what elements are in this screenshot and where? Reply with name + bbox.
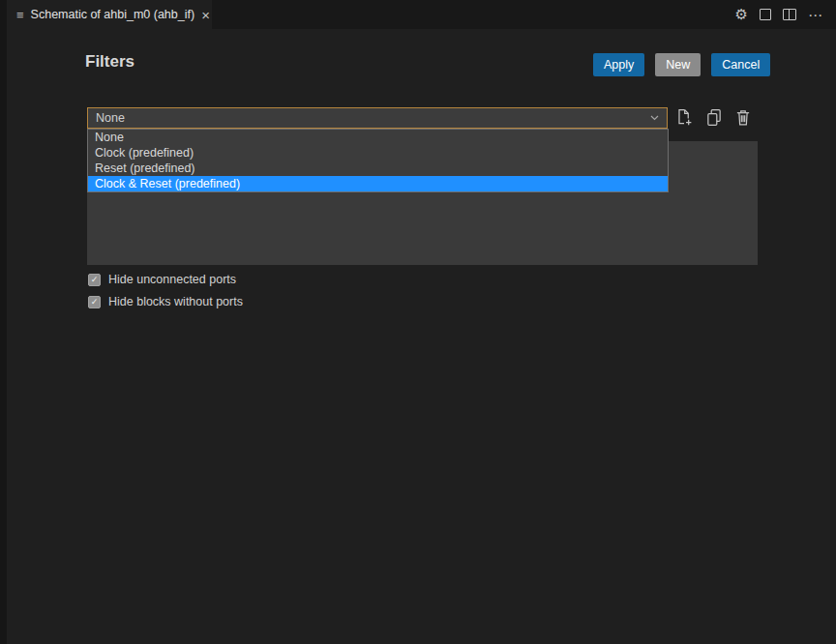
preset-dropdown-list: None Clock (predefined) Reset (predefine… (87, 129, 669, 192)
filter-tools (675, 108, 751, 127)
close-icon[interactable]: × (201, 8, 210, 22)
checkmark-icon: ✓ (91, 276, 99, 284)
filter-preset-select[interactable]: None (87, 107, 668, 129)
hide-unconnected-ports-label: Hide unconnected ports (108, 273, 236, 286)
new-filter-icon[interactable] (675, 108, 693, 127)
dropdown-option-reset[interactable]: Reset (predefined) (88, 161, 668, 176)
split-editor-icon-divider (784, 10, 790, 19)
split-editor-icon[interactable] (783, 9, 796, 20)
filter-preset-value: None (96, 111, 650, 125)
tab-title: Schematic of ahbi_m0 (ahb_if) (31, 8, 195, 21)
copy-filter-icon[interactable] (705, 108, 723, 127)
delete-filter-icon[interactable] (735, 108, 751, 127)
new-button[interactable]: New (655, 53, 701, 76)
hide-unconnected-ports-checkbox[interactable]: ✓ (88, 274, 101, 286)
cancel-button[interactable]: Cancel (711, 53, 770, 76)
dropdown-option-clock[interactable]: Clock (predefined) (88, 145, 668, 161)
editor-window: ≡ Schematic of ahbi_m0 (ahb_if) × ⚙ ⋯ Fi… (0, 0, 836, 644)
editor-actions: ⚙ ⋯ (735, 0, 822, 29)
chevron-down-icon (650, 115, 659, 121)
layout-square-icon[interactable] (760, 9, 771, 20)
hide-blocks-without-ports-row[interactable]: ✓ Hide blocks without ports (88, 295, 243, 308)
editor-list-icon: ≡ (16, 9, 24, 21)
more-actions-icon[interactable]: ⋯ (808, 8, 822, 22)
hide-blocks-without-ports-label: Hide blocks without ports (108, 295, 243, 308)
checkmark-icon: ✓ (91, 298, 99, 307)
apply-button[interactable]: Apply (593, 53, 644, 76)
page-title: Filters (85, 52, 134, 72)
hide-blocks-without-ports-checkbox[interactable]: ✓ (88, 296, 101, 308)
tab-schematic[interactable]: ≡ Schematic of ahbi_m0 (ahb_if) × (7, 0, 212, 29)
tab-bar: ≡ Schematic of ahbi_m0 (ahb_if) × ⚙ ⋯ (7, 0, 836, 29)
dropdown-option-clock-reset[interactable]: Clock & Reset (predefined) (88, 176, 668, 191)
gear-icon[interactable]: ⚙ (735, 8, 748, 22)
window-left-edge (0, 0, 7, 644)
hide-unconnected-ports-row[interactable]: ✓ Hide unconnected ports (88, 273, 236, 286)
dropdown-option-none[interactable]: None (88, 130, 668, 145)
filters-button-row: Apply New Cancel (593, 53, 770, 76)
